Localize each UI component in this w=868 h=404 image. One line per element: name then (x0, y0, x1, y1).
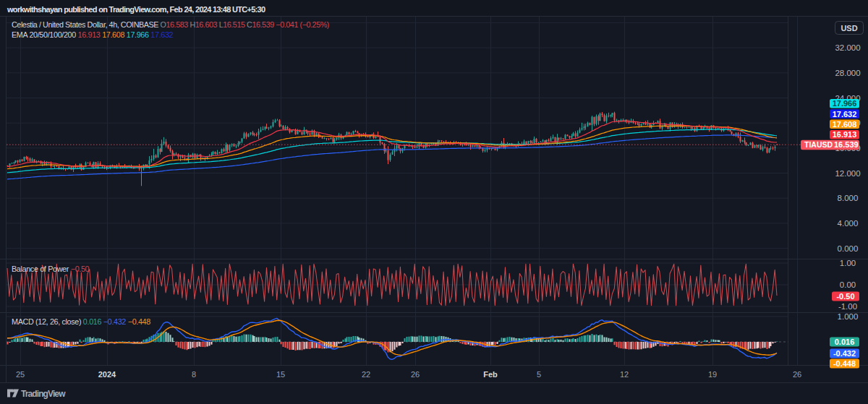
svg-text:8: 8 (192, 370, 196, 379)
svg-text:26: 26 (793, 370, 801, 379)
svg-text:-0.432: -0.432 (833, 349, 856, 358)
svg-text:EMA 20/50/100/200 16.913 17.60: EMA 20/50/100/200 16.913 17.608 17.966 1… (12, 30, 174, 39)
svg-text:28.000: 28.000 (835, 69, 860, 77)
svg-text:19: 19 (708, 370, 717, 379)
svg-text:0.00: 0.00 (840, 280, 856, 289)
svg-text:Balance of Power −0.50: Balance of Power −0.50 (12, 265, 90, 273)
svg-text:4.000: 4.000 (838, 219, 859, 228)
svg-text:-1.00: -1.00 (838, 302, 857, 311)
svg-text:8.000: 8.000 (838, 194, 859, 202)
svg-text:32.000: 32.000 (835, 43, 860, 52)
svg-text:26: 26 (411, 370, 420, 379)
svg-text:25: 25 (16, 370, 25, 379)
svg-text:-0.448: -0.448 (833, 359, 856, 368)
svg-text:16.913: 16.913 (833, 130, 857, 139)
svg-text:12: 12 (620, 370, 629, 379)
svg-text:5: 5 (537, 370, 541, 379)
svg-text:1.00: 1.00 (840, 259, 856, 267)
svg-text:Feb: Feb (483, 370, 498, 379)
svg-text:Celestia / United States Dolla: Celestia / United States Dollar, 4h, COI… (12, 20, 329, 29)
svg-text:TradingView: TradingView (21, 389, 66, 399)
svg-text:workwithshayan published on Tr: workwithshayan published on TradingView.… (7, 5, 265, 14)
svg-text:TIAUSD: TIAUSD (804, 140, 833, 149)
svg-text:12.000: 12.000 (835, 169, 860, 178)
svg-text:16.539: 16.539 (834, 140, 859, 149)
svg-text:17.608: 17.608 (833, 120, 857, 129)
svg-text:17.966: 17.966 (833, 99, 857, 108)
svg-text:2024: 2024 (98, 370, 116, 379)
svg-text:-0.50: -0.50 (836, 292, 854, 301)
svg-text:1.000: 1.000 (838, 312, 859, 321)
svg-text:17.632: 17.632 (833, 110, 857, 119)
svg-text:0.016: 0.016 (835, 338, 855, 346)
svg-text:22: 22 (362, 370, 370, 379)
svg-text:MACD (12, 26, close) 0.016 −0.: MACD (12, 26, close) 0.016 −0.432 −0.448 (12, 317, 150, 326)
svg-text:USD: USD (841, 24, 857, 33)
svg-text:15: 15 (276, 370, 285, 379)
svg-text:0.000: 0.000 (838, 244, 859, 253)
